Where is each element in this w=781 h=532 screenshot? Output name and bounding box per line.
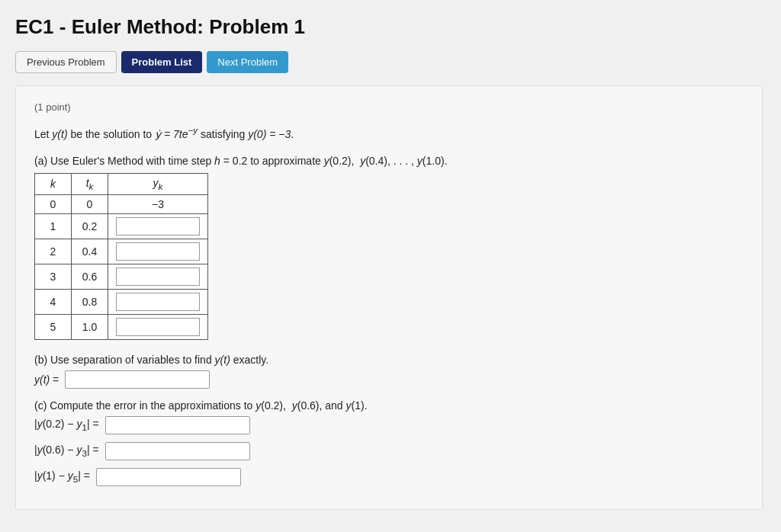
navigation-bar: Previous Problem Problem List Next Probl…	[15, 51, 766, 73]
part-a-label: (a) Use Euler's Method with time step h …	[34, 155, 744, 167]
cell-y-0: −3	[108, 194, 208, 213]
problem-intro: Let y(t) be the solution to ẏ = 7te−y sa…	[34, 123, 744, 143]
yt-exact-input[interactable]	[65, 370, 210, 389]
cell-t-3: 0.6	[72, 264, 108, 289]
part-b-label: (b) Use separation of variables to find …	[34, 354, 744, 366]
cell-y-input-1[interactable]	[108, 213, 208, 239]
euler-table: k tk yk 0 0 −3 1 0.2 2 0.4 3	[34, 173, 208, 340]
cell-y-input-3[interactable]	[108, 264, 208, 289]
cell-t-5: 1.0	[72, 314, 108, 339]
cell-k-0: 0	[35, 194, 72, 213]
cell-k-4: 4	[35, 289, 72, 314]
problem-list-button[interactable]: Problem List	[121, 51, 203, 73]
error-row-2: |y(0.6) − y3| =	[34, 442, 744, 460]
prev-problem-button[interactable]: Previous Problem	[15, 51, 117, 73]
error-label-1: |y(0.2) − y1| =	[34, 418, 99, 432]
cell-k-5: 5	[35, 314, 72, 339]
cell-k-2: 2	[35, 239, 72, 264]
table-row: 3 0.6	[35, 264, 208, 289]
cell-y-input-5[interactable]	[108, 314, 208, 339]
table-row: 4 0.8	[35, 289, 208, 314]
cell-t-4: 0.8	[72, 289, 108, 314]
col-header-yk: yk	[108, 174, 208, 195]
error-label-2: |y(0.6) − y3| =	[34, 444, 99, 458]
part-b-eq-label: y(t) =	[34, 373, 59, 386]
y5-input[interactable]	[116, 318, 200, 336]
col-header-k: k	[35, 174, 72, 195]
table-row: 1 0.2	[35, 213, 208, 239]
next-problem-button[interactable]: Next Problem	[207, 51, 288, 73]
cell-k-1: 1	[35, 213, 72, 239]
error-row-3: |y(1) − y5| =	[34, 468, 744, 486]
part-c-label: (c) Compute the error in the approximati…	[34, 399, 744, 412]
error-label-3: |y(1) − y5| =	[34, 470, 90, 484]
col-header-tk: tk	[72, 174, 108, 195]
table-row: 0 0 −3	[35, 194, 208, 213]
y1-input[interactable]	[116, 217, 200, 236]
error-row-1: |y(0.2) − y1| =	[34, 416, 744, 434]
table-row: 5 1.0	[35, 314, 208, 339]
cell-t-1: 0.2	[72, 213, 108, 239]
error3-input[interactable]	[105, 442, 250, 460]
cell-k-3: 3	[35, 264, 72, 289]
cell-t-0: 0	[72, 194, 108, 213]
y3-input[interactable]	[116, 268, 200, 286]
y2-input[interactable]	[116, 242, 200, 261]
y4-input[interactable]	[116, 293, 200, 311]
cell-y-input-2[interactable]	[108, 239, 208, 264]
page-title: EC1 - Euler Method: Problem 1	[15, 15, 766, 39]
point-label: (1 point)	[34, 101, 744, 113]
cell-y-input-4[interactable]	[108, 289, 208, 314]
error5-input[interactable]	[96, 468, 241, 486]
table-row: 2 0.4	[35, 239, 208, 264]
cell-t-2: 0.4	[72, 239, 108, 264]
part-b-answer-row: y(t) =	[34, 370, 744, 389]
problem-container: (1 point) Let y(t) be the solution to ẏ …	[15, 85, 763, 510]
error1-input[interactable]	[105, 416, 250, 434]
